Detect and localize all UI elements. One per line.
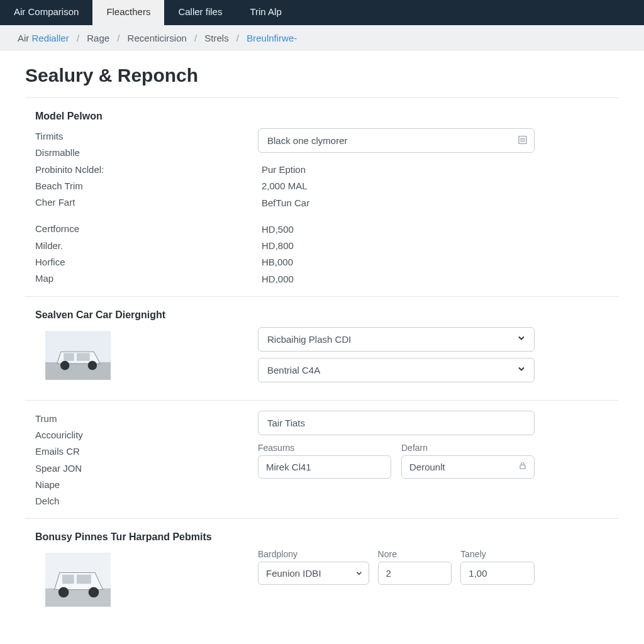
label-trum: Trum xyxy=(35,411,258,427)
section-heading: Bonusy Pinnes Tur Harpand Pebmits xyxy=(35,531,619,543)
svg-rect-5 xyxy=(45,362,111,380)
section-sealven-car: Sealven Car Car Diergnight Ricbaihig Pla… xyxy=(25,296,619,519)
val-hd800: HD,800 xyxy=(262,238,535,254)
svg-point-9 xyxy=(88,361,97,370)
breadcrumb-prefix: Air xyxy=(18,33,29,43)
car-thumbnail-mpv xyxy=(45,553,111,607)
tab-fleacthers[interactable]: Fleacthers xyxy=(92,0,164,25)
svg-rect-12 xyxy=(45,589,111,607)
feasurns-input[interactable] xyxy=(258,455,391,479)
breadcrumb-item-2[interactable]: Rage xyxy=(87,33,109,43)
svg-rect-10 xyxy=(520,465,525,469)
car-thumbnail-suv xyxy=(45,331,111,380)
tab-caller-files[interactable]: Caller files xyxy=(164,0,236,25)
val-hb000: HB,000 xyxy=(262,254,535,270)
label-niape: Niape xyxy=(35,477,258,493)
tab-trin-alp[interactable]: Trin Alp xyxy=(236,0,295,25)
dropdown-bentrial[interactable]: Bentrial C4A xyxy=(258,358,535,382)
breadcrumb-item-4[interactable]: Strels xyxy=(204,33,228,43)
label-emails-cr: Emails CR xyxy=(35,443,258,460)
label-bardplony: Bardplony xyxy=(258,549,369,559)
label-cher-fart: Cher Fart xyxy=(35,194,258,211)
label-tanely: Tanely xyxy=(460,549,535,559)
svg-rect-14 xyxy=(77,575,91,584)
label-certfornce: Certfornce xyxy=(35,221,258,237)
breadcrumb-item-3[interactable]: Recenticirsion xyxy=(128,33,187,43)
svg-rect-7 xyxy=(77,353,90,360)
svg-point-8 xyxy=(60,361,70,370)
breadcrumb-sep: / xyxy=(117,33,119,43)
val-pur-eption: Pur Eption xyxy=(262,162,535,178)
label-map: Map xyxy=(35,270,258,287)
defarn-input[interactable] xyxy=(401,455,535,479)
label-tirmits: Tirmits xyxy=(35,128,258,145)
label-delch: Delch xyxy=(35,493,258,509)
tanely-input[interactable] xyxy=(460,562,535,585)
label-feasurns: Feasurns xyxy=(258,443,391,453)
top-nav: Air Comparison Fleacthers Caller files T… xyxy=(0,0,644,25)
label-milder: Milder. xyxy=(35,238,258,254)
chevron-down-icon xyxy=(355,568,363,579)
breadcrumb-sep: / xyxy=(236,33,239,43)
page-title: Sealury & Reponch xyxy=(25,65,619,86)
dropdown-ricbaihig[interactable]: Ricbaihig Plash CDI xyxy=(258,327,535,352)
label-defarn: Defarn xyxy=(401,443,535,453)
chevron-down-icon xyxy=(517,365,526,375)
breadcrumb-sep: / xyxy=(77,33,79,43)
label-accouriclity: Accouriclity xyxy=(35,427,258,443)
chevron-down-icon xyxy=(517,334,526,345)
lock-icon xyxy=(518,462,527,472)
val-hd000: HD,000 xyxy=(262,271,535,287)
label-disrmablle: Disrmablle xyxy=(35,145,258,161)
section-model-pelwon: Model Pelwon Tirmits Disrmablle Probinit… xyxy=(25,97,619,296)
section-heading: Model Pelwon xyxy=(35,111,619,122)
val-beftun-car: BefTun Car xyxy=(262,195,535,211)
val-2000-mal: 2,000 MAL xyxy=(262,178,535,194)
label-probinito: Probinito Ncldel: xyxy=(35,162,258,178)
breadcrumb: Air Redialler / Rage / Recenticirsion / … xyxy=(0,25,644,51)
label-spear-jon: Spear JON xyxy=(35,460,258,477)
breadcrumb-item-5[interactable]: Breulnfirwe- xyxy=(247,33,297,43)
label-beach-trim: Beach Trim xyxy=(35,178,258,194)
svg-rect-6 xyxy=(64,353,74,360)
section-heading: Sealven Car Car Diergnight xyxy=(35,309,619,321)
breadcrumb-item-1[interactable]: Redialler xyxy=(32,33,69,43)
section-bonusy-pinnes: Bonusy Pinnes Tur Harpand Pebmits Bardpl… xyxy=(25,518,619,616)
label-nore: Nore xyxy=(378,549,452,559)
tair-tiats-input[interactable] xyxy=(258,411,535,435)
breadcrumb-sep: / xyxy=(194,33,197,43)
black-one-input[interactable] xyxy=(258,128,535,153)
label-horfice: Horfice xyxy=(35,254,258,270)
svg-rect-13 xyxy=(62,575,74,584)
tab-air-comparison[interactable]: Air Comparison xyxy=(0,0,92,25)
rows-icon xyxy=(518,135,527,146)
nore-input[interactable] xyxy=(378,562,452,585)
bardplony-select[interactable] xyxy=(258,562,369,585)
val-hd500: HD,500 xyxy=(262,221,535,238)
svg-point-16 xyxy=(89,587,99,598)
svg-point-15 xyxy=(58,587,69,598)
